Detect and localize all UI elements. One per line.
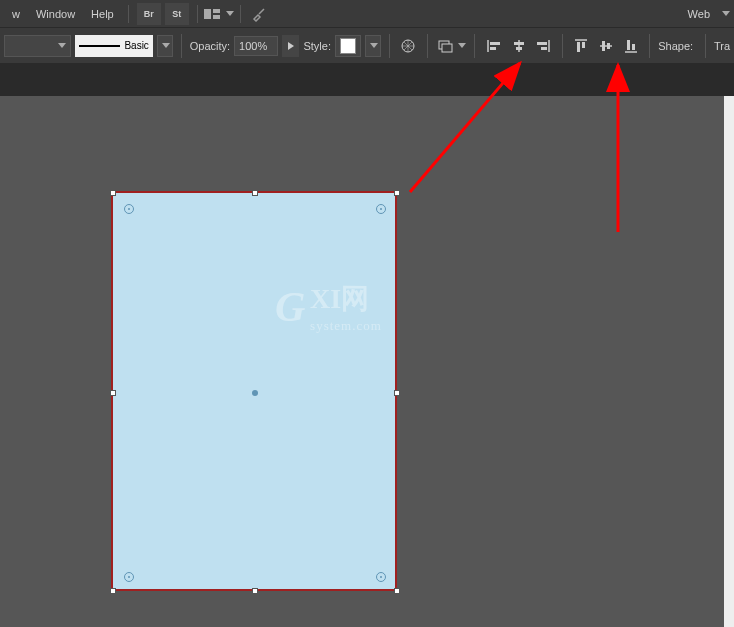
corner-radius-handle[interactable] (124, 572, 134, 582)
menu-separator (128, 5, 129, 23)
svg-rect-20 (607, 43, 610, 49)
align-center-vertical-icon[interactable] (596, 35, 617, 57)
menu-view[interactable]: w (4, 4, 28, 24)
stroke-preview-line (79, 45, 120, 47)
selection-handle[interactable] (110, 588, 116, 594)
menu-separator (197, 5, 198, 23)
stroke-dropdown-toggle[interactable] (157, 35, 173, 57)
watermark-g: G (275, 283, 305, 331)
svg-rect-1 (213, 9, 220, 13)
menu-window[interactable]: Window (28, 4, 83, 24)
watermark: G XI网 system.com (275, 280, 382, 334)
style-label: Style: (303, 40, 331, 52)
brush-icon[interactable] (247, 3, 271, 25)
corner-radius-handle[interactable] (376, 572, 386, 582)
opacity-label: Opacity: (190, 40, 230, 52)
svg-rect-17 (582, 42, 585, 48)
selection-handle[interactable] (394, 190, 400, 196)
watermark-xi: XI网 (310, 280, 382, 318)
style-dropdown-toggle[interactable] (365, 35, 381, 57)
align-right-icon[interactable] (533, 35, 554, 57)
svg-rect-14 (541, 47, 547, 50)
chevron-down-icon (370, 43, 378, 48)
chevron-down-icon (226, 11, 234, 16)
svg-rect-0 (204, 9, 211, 19)
svg-rect-22 (627, 40, 630, 50)
toolbar-separator (705, 34, 706, 58)
stroke-preset-dropdown[interactable]: Basic (75, 35, 153, 57)
toolbar-separator (427, 34, 428, 58)
stock-icon[interactable]: St (165, 3, 189, 25)
svg-rect-11 (516, 47, 522, 50)
selection-handle[interactable] (110, 390, 116, 396)
options-toolbar: Basic Opacity: Style: Shape: T (0, 28, 734, 64)
align-top-icon[interactable] (571, 35, 592, 57)
chevron-down-icon (162, 43, 170, 48)
svg-rect-8 (490, 47, 496, 50)
watermark-sub: system.com (310, 318, 382, 334)
menubar: w Window Help Br St Web (0, 0, 734, 28)
next-arrow-icon[interactable] (282, 35, 299, 57)
toolbar-separator (474, 34, 475, 58)
align-bottom-icon[interactable] (621, 35, 642, 57)
corner-radius-handle[interactable] (376, 204, 386, 214)
svg-rect-13 (537, 42, 547, 45)
arrange-icon[interactable] (436, 35, 457, 57)
workspace-web[interactable]: Web (680, 4, 718, 24)
panel-layout-selector[interactable] (204, 7, 234, 21)
menubar-right: Web (680, 4, 730, 24)
transform-label[interactable]: Tra (714, 40, 730, 52)
center-point-icon (252, 390, 258, 396)
svg-rect-16 (577, 42, 580, 52)
align-left-icon[interactable] (483, 35, 504, 57)
menu-help[interactable]: Help (83, 4, 122, 24)
selection-handle[interactable] (110, 190, 116, 196)
svg-rect-19 (602, 41, 605, 51)
rectangle-shape[interactable] (111, 191, 397, 591)
shape-preset-dropdown[interactable] (4, 35, 71, 57)
corner-radius-handle[interactable] (124, 204, 134, 214)
toolbar-separator (389, 34, 390, 58)
menu-separator (240, 5, 241, 23)
toolbar-separator (562, 34, 563, 58)
chevron-down-icon (58, 43, 66, 48)
toolbar-separator (181, 34, 182, 58)
selection-handle[interactable] (252, 190, 258, 196)
svg-rect-5 (442, 44, 452, 52)
selection-handle[interactable] (252, 588, 258, 594)
stroke-preview-label: Basic (124, 40, 148, 51)
align-center-horizontal-icon[interactable] (508, 35, 529, 57)
chevron-down-icon (722, 11, 730, 16)
document-tab-strip (0, 64, 734, 96)
style-color-dropdown[interactable] (335, 35, 361, 57)
selection-handle[interactable] (394, 588, 400, 594)
selection-handle[interactable] (394, 390, 400, 396)
css-sprite-icon[interactable] (398, 35, 419, 57)
svg-rect-7 (490, 42, 500, 45)
chevron-down-icon (458, 43, 466, 48)
panel-layout-icon (204, 7, 222, 21)
fill-color-swatch (340, 38, 356, 54)
opacity-input[interactable] (234, 36, 278, 56)
toolbar-separator (649, 34, 650, 58)
svg-rect-10 (514, 42, 524, 45)
vertical-scrollbar[interactable] (724, 96, 734, 627)
svg-rect-23 (632, 44, 635, 50)
shape-label: Shape: (658, 40, 693, 52)
canvas-area[interactable] (0, 96, 724, 627)
bridge-icon[interactable]: Br (137, 3, 161, 25)
svg-rect-2 (213, 15, 220, 19)
